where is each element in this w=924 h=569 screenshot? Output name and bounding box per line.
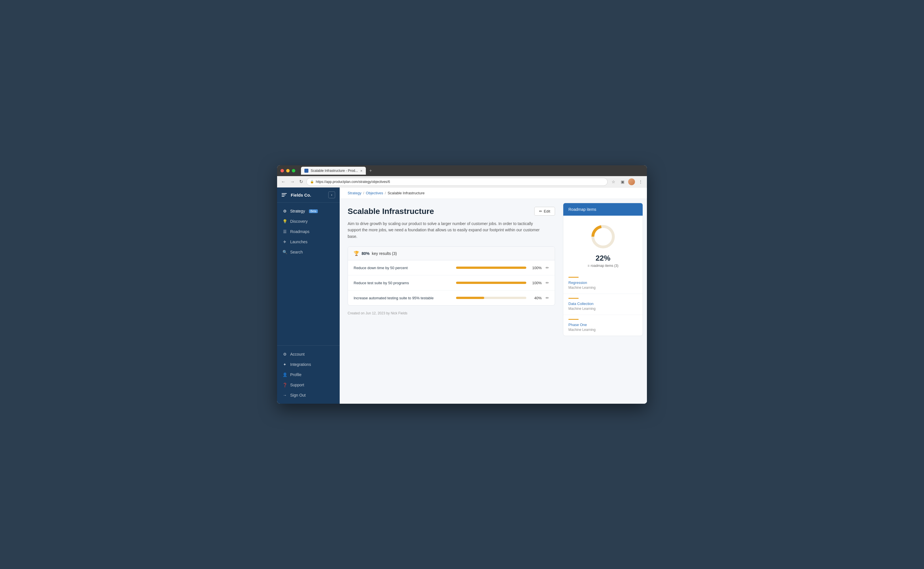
roadmap-item-title-2[interactable]: Data Collection <box>568 301 638 306</box>
sidebar-item-label: Integrations <box>290 362 311 367</box>
sidebar-item-label: Launches <box>290 240 307 244</box>
sidebar-item-profile[interactable]: 👤 Profile <box>277 370 340 380</box>
menu-icon[interactable]: ⋮ <box>637 178 644 185</box>
browser-titlebar: Scalable Infrastructure - Prod... ✕ + <box>277 165 647 176</box>
kr-progress-area-3: 40% ✏ <box>456 295 549 300</box>
support-icon: ❓ <box>282 383 287 387</box>
page-description: Aim to drive growth by scaling our produ… <box>348 221 547 240</box>
roadmap-item-1: Regression Machine Learning <box>563 273 643 294</box>
sidebar-nav: ⚙ Strategy Beta 💡 Discovery ☰ Roadmaps ✈… <box>277 202 340 345</box>
sidebar-item-label: Account <box>290 352 305 356</box>
strategy-icon: ⚙ <box>282 209 287 213</box>
roadmap-item-subtitle-2: Machine Learning <box>568 307 638 311</box>
tab-close-button[interactable]: ✕ <box>360 169 362 172</box>
content-area: Scalable Infrastructure ✏ Edit Aim to dr… <box>340 199 563 404</box>
key-result-row-1: Reduce down time by 50 percent 100% ✏ <box>348 260 555 275</box>
roadmap-panel-header: Roadmap items <box>563 203 643 216</box>
kr-progress-bg-1 <box>456 266 526 269</box>
forward-button[interactable]: → <box>289 179 296 185</box>
list-icon: ≡ <box>587 264 590 268</box>
breadcrumb-strategy[interactable]: Strategy <box>348 191 361 195</box>
beta-badge: Beta <box>309 209 318 213</box>
donut-chart <box>589 222 617 251</box>
kr-progress-fill-3 <box>456 297 484 299</box>
profile-icon: 👤 <box>282 373 287 377</box>
footer-text: Created on Jun 12, 2023 by Nick Fields <box>348 311 407 315</box>
account-icon: ⚙ <box>282 352 287 356</box>
breadcrumb: Strategy / Objectives / Scalable Infrast… <box>340 187 647 199</box>
address-bar[interactable]: 🔒 https://app.productplan.com/strategy/o… <box>306 178 608 186</box>
edit-button[interactable]: ✏ Edit <box>534 207 555 216</box>
browser-toolbar: ← → ↻ 🔒 https://app.productplan.com/stra… <box>277 176 647 187</box>
sidebar-item-search[interactable]: 🔍 Search <box>277 247 340 257</box>
sidebar-collapse-button[interactable]: ‹ <box>328 192 335 198</box>
sidebar-item-label: Roadmaps <box>290 229 310 234</box>
roadmap-item-3: Phase One Machine Learning <box>563 315 643 336</box>
edit-pencil-icon: ✏ <box>539 209 542 213</box>
url-text: https://app.productplan.com/strategy/obj… <box>316 180 390 184</box>
extensions-icon[interactable]: ☆ <box>610 178 617 185</box>
breadcrumb-sep-1: / <box>363 191 364 195</box>
sidebar-item-account[interactable]: ⚙ Account <box>277 349 340 359</box>
roadmap-item-title-3[interactable]: Phase One <box>568 323 638 327</box>
key-result-row-3: Increase automated testing suite to 95% … <box>348 291 555 305</box>
sidebar-item-label: Search <box>290 250 303 254</box>
kr-label-3: Increase automated testing suite to 95% … <box>354 296 450 300</box>
dot-yellow[interactable] <box>286 169 290 172</box>
toolbar-right: ☆ ▣ ⋮ <box>610 178 644 185</box>
donut-container: 22% ≡ roadmap items (3) <box>563 216 643 273</box>
roadmaps-icon: ☰ <box>282 229 287 234</box>
app-container: Fields Co. ‹ ⚙ Strategy Beta 💡 Discovery… <box>277 187 647 404</box>
sidebar-item-integrations[interactable]: ✦ Integrations <box>277 359 340 370</box>
donut-label-text: roadmap items (3) <box>591 264 618 268</box>
browser-tab[interactable]: Scalable Infrastructure - Prod... ✕ <box>301 167 366 175</box>
key-results-card: 🏆 80% key results (3) Reduce down time b… <box>348 246 555 306</box>
sidebar-item-roadmaps[interactable]: ☰ Roadmaps <box>277 227 340 237</box>
dot-green[interactable] <box>292 169 295 172</box>
roadmap-item-bar-3 <box>568 319 579 320</box>
sidebar-item-signout[interactable]: → Sign Out <box>277 390 340 400</box>
kr-progress-fill-2 <box>456 281 526 284</box>
new-tab-button[interactable]: + <box>369 168 372 173</box>
roadmap-item-bar-1 <box>568 277 579 278</box>
sidebar: Fields Co. ‹ ⚙ Strategy Beta 💡 Discovery… <box>277 187 340 404</box>
page-body: Scalable Infrastructure ✏ Edit Aim to dr… <box>340 199 647 404</box>
roadmap-panel: Roadmap items 22% ≡ <box>563 203 643 336</box>
user-avatar[interactable] <box>628 178 635 185</box>
browser-window: Scalable Infrastructure - Prod... ✕ + ← … <box>277 165 647 404</box>
roadmap-item-2: Data Collection Machine Learning <box>563 294 643 315</box>
page-title: Scalable Infrastructure <box>348 207 434 216</box>
sidebar-logo: Fields Co. <box>282 192 311 198</box>
signout-icon: → <box>282 393 287 397</box>
kr-edit-icon-3[interactable]: ✏ <box>546 295 549 300</box>
kr-progress-bg-2 <box>456 281 526 284</box>
refresh-button[interactable]: ↻ <box>298 178 304 185</box>
breadcrumb-objectives[interactable]: Objectives <box>366 191 383 195</box>
key-result-row-2: Reduce test suite by 50 programs 100% ✏ <box>348 275 555 291</box>
sidebar-item-support[interactable]: ❓ Support <box>277 380 340 390</box>
page-header: Scalable Infrastructure ✏ Edit <box>348 207 555 216</box>
sidebar-item-strategy[interactable]: ⚙ Strategy Beta <box>277 206 340 216</box>
sidebar-item-label: Discovery <box>290 219 307 224</box>
page-footer: Created on Jun 12, 2023 by Nick Fields <box>348 311 555 315</box>
back-button[interactable]: ← <box>280 179 287 185</box>
roadmap-item-title-1[interactable]: Regression <box>568 280 638 285</box>
tab-favicon <box>304 169 309 173</box>
right-panel: Roadmap items 22% ≡ <box>563 199 647 404</box>
dot-red[interactable] <box>281 169 284 172</box>
kr-edit-icon-1[interactable]: ✏ <box>546 265 549 270</box>
sidebar-logo-text: Fields Co. <box>291 193 311 198</box>
sidebar-item-discovery[interactable]: 💡 Discovery <box>277 216 340 227</box>
sidebar-item-label: Strategy <box>290 209 305 213</box>
sidebar-bottom: ⚙ Account ✦ Integrations 👤 Profile ❓ Sup… <box>277 345 340 404</box>
main-content: Strategy / Objectives / Scalable Infrast… <box>340 187 647 404</box>
breadcrumb-sep-2: / <box>385 191 386 195</box>
roadmap-item-subtitle-3: Machine Learning <box>568 328 638 332</box>
key-results-label: key results (3) <box>372 251 397 256</box>
kr-label-1: Reduce down time by 50 percent <box>354 266 450 270</box>
sidebar-item-launches[interactable]: ✈ Launches <box>277 237 340 247</box>
kr-edit-icon-2[interactable]: ✏ <box>546 280 549 285</box>
kr-pct-1: 100% <box>530 266 542 270</box>
search-icon: 🔍 <box>282 250 287 254</box>
layout-icon[interactable]: ▣ <box>619 178 626 185</box>
